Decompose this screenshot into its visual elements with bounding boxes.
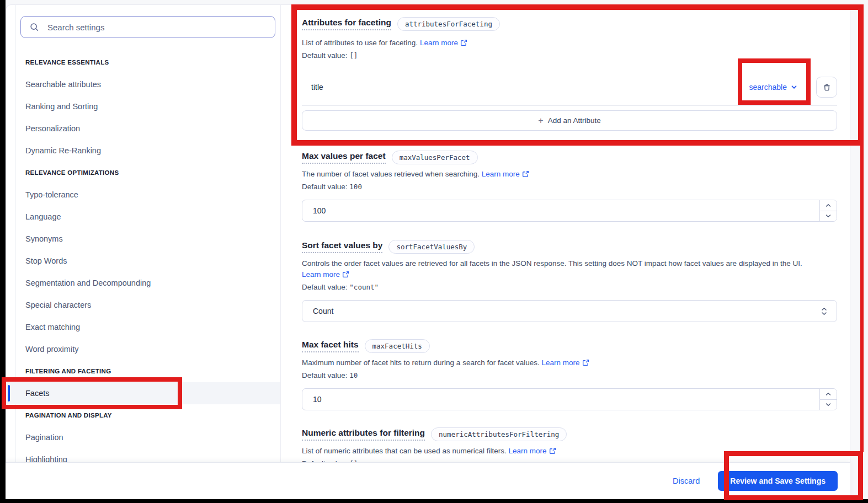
row-divider bbox=[302, 105, 837, 106]
sidebar-item-label: Special characters bbox=[25, 301, 91, 309]
active-indicator bbox=[8, 385, 10, 402]
sidebar-item-facets[interactable]: Facets bbox=[6, 382, 280, 404]
search-icon bbox=[29, 22, 39, 32]
learn-more-link[interactable]: Learn more bbox=[420, 39, 467, 47]
settings-sidebar: RELEVANCE ESSENTIALSSearchable attribute… bbox=[6, 5, 281, 499]
chevron-down-icon bbox=[826, 403, 831, 406]
setting-description: List of numeric attributes that can be u… bbox=[302, 446, 837, 457]
increment-button[interactable] bbox=[820, 200, 837, 211]
max-values-per-facet-input[interactable]: 100 bbox=[302, 200, 837, 222]
sidebar-item-label: Ranking and Sorting bbox=[25, 102, 98, 111]
sidebar-item-language[interactable]: Language bbox=[6, 206, 280, 228]
window-frame-left bbox=[0, 0, 6, 503]
review-save-button[interactable]: Review and Save Settings bbox=[718, 471, 838, 491]
external-link-icon bbox=[549, 447, 556, 454]
sidebar-item-label: Word proximity bbox=[25, 345, 78, 354]
chevron-down-icon bbox=[791, 84, 797, 90]
setting-title: Sort facet values by bbox=[302, 240, 382, 253]
attribute-name: title bbox=[311, 83, 323, 92]
external-link-icon bbox=[522, 170, 529, 178]
footer-bar: Discard Review and Save Settings bbox=[6, 462, 850, 499]
setting-description: Maximum number of facet hits to return d… bbox=[302, 357, 837, 368]
sidebar-item-synonyms[interactable]: Synonyms bbox=[6, 228, 280, 250]
setting-max-facet-hits: Max facet hits maxFacetHits Maximum numb… bbox=[302, 339, 837, 410]
sidebar-item-label: Pagination bbox=[25, 433, 63, 442]
sidebar-item-label: Synonyms bbox=[25, 234, 63, 243]
sidebar-section-relevance-essentials: RELEVANCE ESSENTIALS bbox=[6, 51, 280, 73]
sidebar-item-typo-tolerance[interactable]: Typo-tolerance bbox=[6, 184, 280, 206]
sidebar-item-label: Typo-tolerance bbox=[25, 190, 78, 199]
sidebar-item-label: Language bbox=[25, 212, 61, 221]
sidebar-section-filtering-and-faceting: FILTERING AND FACETING bbox=[6, 360, 280, 382]
window-frame-bottom bbox=[0, 499, 868, 503]
sidebar-item-personalization[interactable]: Personalization bbox=[6, 117, 280, 140]
sidebar-item-segmentation-and-decompounding[interactable]: Segmentation and Decompounding bbox=[6, 272, 280, 294]
sidebar-item-stop-words[interactable]: Stop Words bbox=[6, 250, 280, 272]
sidebar-item-exact-matching[interactable]: Exact matching bbox=[6, 316, 280, 338]
max-facet-hits-input[interactable]: 10 bbox=[302, 388, 837, 410]
delete-attribute-button[interactable] bbox=[816, 77, 837, 98]
add-attribute-button[interactable]: + Add an Attribute bbox=[302, 110, 837, 131]
sidebar-item-label: Personalization bbox=[25, 124, 80, 133]
sidebar-item-ranking-and-sorting[interactable]: Ranking and Sorting bbox=[6, 95, 280, 117]
discard-button[interactable]: Discard bbox=[673, 477, 700, 485]
number-stepper bbox=[819, 389, 837, 410]
settings-panel: RELEVANCE ESSENTIALSSearchable attribute… bbox=[6, 4, 850, 499]
sidebar-item-label: Stop Words bbox=[25, 256, 67, 265]
default-value-line: Default value: [] bbox=[302, 50, 837, 61]
api-name-badge: attributesForFaceting bbox=[397, 17, 500, 31]
chevron-up-icon bbox=[826, 204, 831, 207]
default-value-line: Default value: 100 bbox=[302, 181, 837, 192]
setting-title: Attributes for faceting bbox=[302, 17, 391, 30]
external-link-icon bbox=[460, 39, 467, 46]
learn-more-link[interactable]: Learn more bbox=[482, 170, 529, 178]
external-link-icon bbox=[342, 271, 349, 278]
setting-title: Numeric attributes for filtering bbox=[302, 427, 425, 440]
number-stepper bbox=[819, 200, 837, 221]
sidebar-item-label: Segmentation and Decompounding bbox=[25, 279, 151, 287]
select-chevrons-icon bbox=[821, 307, 827, 315]
attribute-row: title searchable bbox=[302, 69, 837, 105]
learn-more-link[interactable]: Learn more bbox=[541, 358, 589, 367]
setting-description: The number of facet values retrieved whe… bbox=[302, 169, 837, 180]
annotation-right-edge-line bbox=[860, 143, 864, 452]
search-settings-input[interactable] bbox=[46, 22, 267, 33]
settings-content: Attributes for faceting attributesForFac… bbox=[281, 5, 850, 499]
sidebar-item-pagination[interactable]: Pagination bbox=[6, 426, 280, 448]
plus-icon: + bbox=[538, 116, 543, 125]
api-name-badge: maxValuesPerFacet bbox=[392, 151, 478, 164]
learn-more-link[interactable]: Learn more bbox=[508, 447, 556, 455]
trash-icon bbox=[822, 83, 832, 92]
default-value-line: Default value: 10 bbox=[302, 370, 837, 381]
sidebar-item-dynamic-re-ranking[interactable]: Dynamic Re-Ranking bbox=[6, 140, 280, 162]
default-value-line: Default value: "count" bbox=[302, 282, 837, 293]
decrement-button[interactable] bbox=[820, 400, 837, 410]
learn-more-line: Learn more bbox=[302, 269, 837, 280]
sidebar-item-searchable-attributes[interactable]: Searchable attributes bbox=[6, 73, 280, 95]
api-name-badge: sortFacetValuesBy bbox=[388, 240, 475, 254]
sidebar-item-special-characters[interactable]: Special characters bbox=[6, 294, 280, 316]
chevron-up-icon bbox=[826, 392, 831, 396]
sidebar-item-label: Exact matching bbox=[25, 323, 80, 331]
sort-facet-values-select[interactable]: Count bbox=[302, 300, 837, 322]
api-name-badge: maxFacetHits bbox=[365, 339, 430, 353]
setting-attributes-for-faceting: Attributes for faceting attributesForFac… bbox=[302, 17, 837, 131]
setting-description: Controls the order facet values are retr… bbox=[302, 258, 837, 269]
increment-button[interactable] bbox=[820, 389, 837, 400]
sidebar-nav: RELEVANCE ESSENTIALSSearchable attribute… bbox=[6, 51, 280, 470]
setting-title: Max facet hits bbox=[302, 339, 359, 352]
attribute-modifier-dropdown[interactable]: searchable bbox=[749, 83, 798, 92]
learn-more-link[interactable]: Learn more bbox=[302, 270, 349, 279]
sidebar-section-pagination-and-display: PAGINATION AND DISPLAY bbox=[6, 404, 280, 426]
setting-title: Max values per facet bbox=[302, 151, 386, 163]
setting-description: List of attributes to use for faceting. … bbox=[302, 38, 837, 49]
search-settings-box[interactable] bbox=[20, 16, 275, 38]
sidebar-section-relevance-optimizations: RELEVANCE OPTIMIZATIONS bbox=[6, 162, 280, 184]
external-link-icon bbox=[582, 359, 589, 366]
decrement-button[interactable] bbox=[820, 211, 837, 222]
chevron-down-icon bbox=[826, 214, 831, 218]
sidebar-item-label: Facets bbox=[25, 389, 50, 398]
setting-sort-facet-values-by: Sort facet values by sortFacetValuesBy C… bbox=[302, 240, 837, 322]
sidebar-item-word-proximity[interactable]: Word proximity bbox=[6, 338, 280, 360]
setting-max-values-per-facet: Max values per facet maxValuesPerFacet T… bbox=[302, 151, 837, 222]
